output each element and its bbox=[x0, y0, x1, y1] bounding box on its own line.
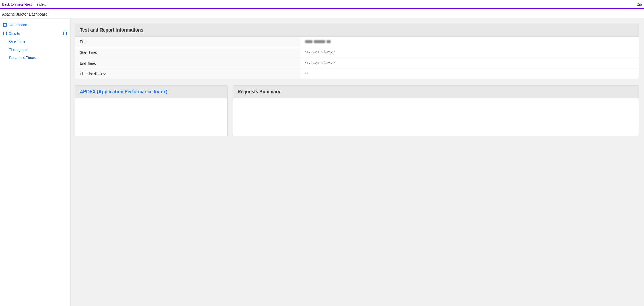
zip-link[interactable]: Zip bbox=[637, 2, 642, 6]
table-row-end-time: End Time: "17-6-28 下午2:51" bbox=[75, 58, 639, 69]
sidebar-item-charts[interactable]: Charts bbox=[0, 29, 70, 37]
file-blur-1 bbox=[305, 40, 312, 43]
bottom-panels: APDEX (Application Performance Index) Re… bbox=[75, 85, 639, 136]
file-value-cell bbox=[301, 37, 639, 47]
sidebar-sub-item-throughput[interactable]: Throughput bbox=[0, 45, 70, 54]
table-row-filter: Filter for display: "" bbox=[75, 69, 639, 79]
dashboard-checkbox-icon bbox=[3, 23, 7, 27]
sidebar-sub-item-over-time[interactable]: Over Time bbox=[0, 37, 70, 45]
sidebar-sub-item-response-times[interactable]: Response Times bbox=[0, 54, 70, 62]
sidebar-item-charts-label: Charts bbox=[9, 31, 20, 35]
requests-panel-header: Requests Summary bbox=[233, 86, 639, 98]
apdex-panel: APDEX (Application Performance Index) bbox=[75, 85, 228, 136]
tab-index[interactable]: index bbox=[34, 1, 49, 7]
layout: Dashboard Charts Over Time Throughput Re… bbox=[0, 19, 644, 306]
file-value bbox=[305, 40, 634, 43]
filter-label: Filter for display: bbox=[75, 69, 301, 79]
apdex-panel-body bbox=[75, 98, 227, 124]
sidebar-item-dashboard[interactable]: Dashboard bbox=[0, 21, 70, 29]
back-link[interactable]: Back to jmeter-test bbox=[2, 2, 32, 6]
requests-panel-body bbox=[233, 98, 639, 124]
start-time-label: Start Time: bbox=[75, 47, 301, 58]
top-nav: Back to jmeter-test index Zip bbox=[0, 0, 644, 9]
sidebar-sub-item-throughput-label: Throughput bbox=[9, 48, 27, 52]
info-panel: Test and Report informations File: Start… bbox=[75, 24, 639, 79]
table-row-start-time: Start Time: "17-6-28 下午2:51" bbox=[75, 47, 639, 58]
charts-expand-icon bbox=[63, 32, 67, 35]
sidebar-sub-item-over-time-label: Over Time bbox=[9, 39, 26, 43]
requests-panel: Requests Summary bbox=[233, 85, 639, 136]
info-table: File: Start Time: "17-6-28 下午2:51" End T… bbox=[75, 37, 639, 79]
start-time-value: "17-6-28 下午2:51" bbox=[301, 47, 639, 58]
top-nav-left: Back to jmeter-test index bbox=[2, 1, 49, 7]
charts-checkbox-icon bbox=[3, 32, 7, 35]
file-blur-2 bbox=[314, 40, 325, 43]
file-label: File: bbox=[75, 37, 301, 47]
table-row-file: File: bbox=[75, 37, 639, 47]
main-content: Test and Report informations File: Start… bbox=[70, 19, 644, 306]
sidebar-sub-item-response-times-label: Response Times bbox=[9, 56, 36, 60]
end-time-value: "17-6-28 下午2:51" bbox=[301, 58, 639, 69]
filter-value: "" bbox=[301, 69, 639, 79]
file-blur-3 bbox=[327, 40, 331, 43]
app-title: Apache JMeter Dashboard bbox=[0, 9, 644, 19]
apdex-panel-header: APDEX (Application Performance Index) bbox=[75, 86, 227, 98]
sidebar: Dashboard Charts Over Time Throughput Re… bbox=[0, 19, 70, 306]
sidebar-item-dashboard-label: Dashboard bbox=[9, 23, 27, 27]
end-time-label: End Time: bbox=[75, 58, 301, 69]
info-panel-header: Test and Report informations bbox=[75, 24, 639, 37]
